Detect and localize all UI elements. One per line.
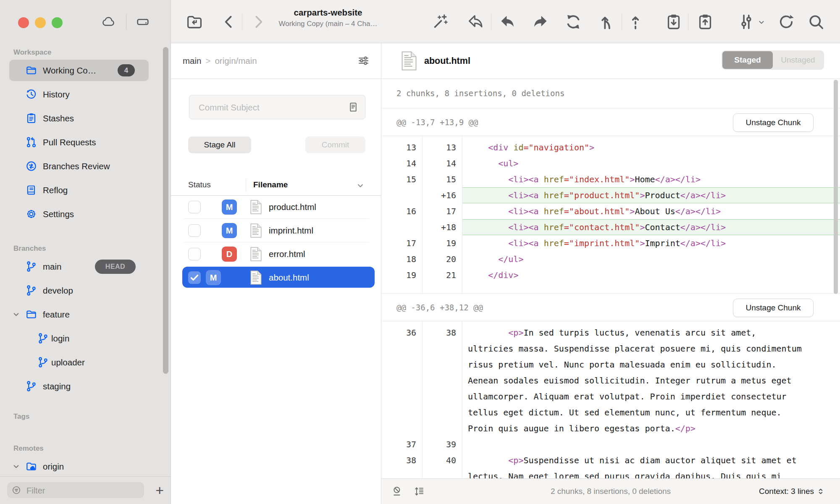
- refresh-icon[interactable]: [777, 13, 795, 31]
- pull-icon[interactable]: [498, 13, 517, 31]
- commit-subject-input[interactable]: [198, 95, 342, 120]
- stage-checkbox[interactable]: [188, 201, 201, 213]
- old-line-number: 15: [381, 171, 422, 187]
- chevron-down-icon[interactable]: [11, 462, 21, 471]
- file-row-imprint.html[interactable]: Mimprint.html: [171, 219, 381, 242]
- file-icon: [250, 247, 262, 261]
- back-icon[interactable]: [220, 13, 237, 31]
- sidebar-item-branches-review[interactable]: Branches Review: [0, 154, 165, 178]
- status-badge: M: [206, 270, 221, 285]
- search-icon[interactable]: [807, 13, 825, 31]
- sidebar-item-label: feature: [43, 302, 70, 326]
- sidebar-item-working-co-[interactable]: Working Co…4: [0, 58, 165, 82]
- old-line-number: 19: [381, 267, 422, 283]
- new-line-number: 20: [422, 251, 462, 267]
- repo-subtitle: Working Copy (main – 4 Cha…: [275, 20, 381, 28]
- stash-icon[interactable]: [664, 13, 683, 31]
- sidebar-item-uploader[interactable]: uploader: [0, 350, 165, 374]
- new-line-number: 21: [422, 267, 462, 283]
- unstage-chunk-button[interactable]: Unstage Chunk: [733, 299, 814, 317]
- file-row-about.html[interactable]: Mabout.html: [171, 266, 381, 289]
- section-title-branches: Branches: [13, 243, 165, 255]
- diff-line: 1820 </ul>: [381, 251, 840, 267]
- new-line-number: 13: [422, 139, 462, 155]
- head-badge: HEAD: [95, 260, 136, 274]
- sidebar-item-pull-requests[interactable]: Pull Requests: [0, 130, 165, 154]
- diff-header: about.html StagedUnstaged: [381, 43, 840, 79]
- add-repository-button[interactable]: +: [155, 480, 164, 500]
- status-badge: D: [222, 247, 237, 262]
- close-window-button[interactable]: [18, 17, 29, 28]
- quick-actions-icon[interactable]: [431, 13, 449, 31]
- minimize-window-button[interactable]: [35, 17, 46, 28]
- sidebar-item-label: develop: [43, 278, 73, 302]
- commit-subject-field[interactable]: [189, 95, 365, 119]
- diff-line: 3739: [381, 436, 840, 452]
- tab-unstaged[interactable]: Unstaged: [773, 51, 823, 69]
- folder-cloud-icon: [25, 460, 37, 472]
- sidebar-item-reflog[interactable]: Reflog: [0, 178, 165, 202]
- unstage-chunk-button[interactable]: Unstage Chunk: [733, 113, 814, 132]
- view-options-icon[interactable]: [357, 54, 370, 67]
- filter-text-field[interactable]: [26, 482, 141, 499]
- chevron-down-icon[interactable]: [11, 310, 21, 319]
- context-stepper-icon[interactable]: [816, 486, 826, 496]
- old-line-number: 16: [381, 203, 422, 219]
- titlebar-divider: [126, 14, 126, 30]
- rebase-icon[interactable]: [626, 13, 645, 31]
- diff-scrollbar[interactable]: [834, 80, 838, 294]
- staged-unstaged-toggle: StagedUnstaged: [722, 50, 824, 70]
- stage-all-button[interactable]: Stage All: [188, 136, 251, 153]
- stage-checkbox[interactable]: [188, 224, 201, 237]
- file-name: about.html: [269, 266, 309, 289]
- zoom-window-button[interactable]: [52, 17, 63, 28]
- toolbar-divider: [242, 13, 242, 30]
- forward-icon[interactable]: [250, 13, 267, 31]
- section-title-tags: Tags: [13, 411, 165, 423]
- file-row-product.html[interactable]: Mproduct.html: [171, 195, 381, 219]
- branch-icon: [25, 260, 37, 273]
- workspace-options-icon[interactable]: [737, 13, 755, 31]
- fetch-icon[interactable]: [466, 13, 485, 31]
- commit-description-icon[interactable]: [347, 101, 359, 113]
- diff-line: +18 <li><a href="contact.html">Contact</…: [381, 219, 840, 235]
- sidebar-item-settings[interactable]: Settings: [0, 202, 165, 226]
- tab-staged[interactable]: Staged: [722, 51, 773, 69]
- file-row-error.html[interactable]: Derror.html: [171, 242, 381, 266]
- sidebar-item-staging[interactable]: staging: [0, 374, 165, 398]
- sidebar-item-label: login: [51, 326, 69, 350]
- file-icon: [250, 270, 262, 285]
- file-list-header: Status Filename: [171, 177, 381, 196]
- sidebar-item-develop[interactable]: develop: [0, 278, 165, 302]
- merge-icon[interactable]: [597, 13, 616, 31]
- sort-chevron-icon[interactable]: [355, 180, 366, 191]
- stage-checkbox[interactable]: [188, 271, 201, 284]
- diff-line: 1921 </div>: [381, 267, 840, 283]
- sidebar-item-stashes[interactable]: Stashes: [0, 106, 165, 130]
- push-icon[interactable]: [531, 13, 550, 31]
- gear-icon: [25, 208, 37, 220]
- column-status[interactable]: Status: [188, 180, 211, 189]
- filter-input[interactable]: [7, 482, 144, 498]
- file-icon: [250, 200, 262, 214]
- sidebar-item-login[interactable]: login: [0, 326, 165, 350]
- old-line-number: [381, 219, 422, 235]
- old-line-number: 14: [381, 155, 422, 171]
- stage-checkbox[interactable]: [188, 248, 201, 260]
- open-repo-icon[interactable]: [185, 13, 204, 31]
- unstash-icon[interactable]: [696, 13, 714, 31]
- local-drive-icon[interactable]: [135, 14, 150, 29]
- file-name: product.html: [269, 195, 316, 219]
- cloud-icon[interactable]: [101, 14, 116, 29]
- chevron-down-icon[interactable]: [757, 18, 766, 27]
- sidebar-item-origin[interactable]: origin: [0, 454, 165, 478]
- sidebar-item-feature[interactable]: feature: [0, 302, 165, 326]
- sidebar-item-history[interactable]: History: [0, 82, 165, 106]
- sidebar-item-main[interactable]: mainHEAD: [0, 255, 165, 278]
- code-line: <li><a href="index.html">Home</a></li>: [462, 171, 840, 187]
- code-line: </div>: [462, 267, 840, 283]
- sync-icon[interactable]: [564, 13, 583, 31]
- commit-button[interactable]: Commit: [305, 136, 365, 153]
- sidebar-scrollbar[interactable]: [163, 47, 168, 374]
- column-filename[interactable]: Filename: [253, 180, 288, 189]
